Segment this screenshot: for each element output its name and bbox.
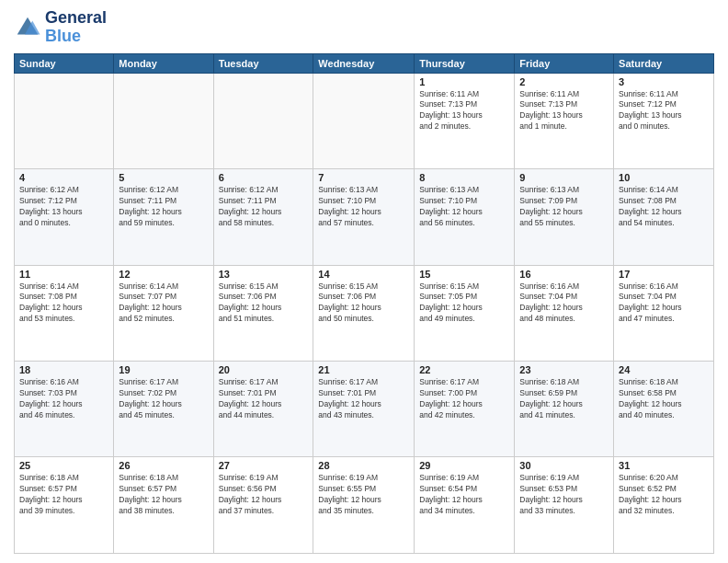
logo-text: GeneralBlue <box>45 9 107 46</box>
page: GeneralBlue SundayMondayTuesdayWednesday… <box>0 0 728 563</box>
weekday-wednesday: Wednesday <box>313 53 415 73</box>
day-info: Sunrise: 6:16 AM Sunset: 7:03 PM Dayligh… <box>19 377 108 421</box>
day-info: Sunrise: 6:19 AM Sunset: 6:53 PM Dayligh… <box>519 473 609 517</box>
calendar-cell: 18Sunrise: 6:16 AM Sunset: 7:03 PM Dayli… <box>15 362 114 457</box>
day-info: Sunrise: 6:17 AM Sunset: 7:00 PM Dayligh… <box>419 377 509 421</box>
calendar-cell <box>15 73 114 168</box>
day-info: Sunrise: 6:16 AM Sunset: 7:04 PM Dayligh… <box>519 282 609 326</box>
calendar-cell: 29Sunrise: 6:19 AM Sunset: 6:54 PM Dayli… <box>415 457 515 554</box>
day-info: Sunrise: 6:11 AM Sunset: 7:13 PM Dayligh… <box>519 89 609 133</box>
day-info: Sunrise: 6:18 AM Sunset: 6:57 PM Dayligh… <box>119 473 208 517</box>
calendar-cell: 19Sunrise: 6:17 AM Sunset: 7:02 PM Dayli… <box>114 362 213 457</box>
day-number: 20 <box>219 364 309 375</box>
logo-icon <box>14 14 41 41</box>
weekday-monday: Monday <box>114 53 213 73</box>
day-info: Sunrise: 6:11 AM Sunset: 7:13 PM Dayligh… <box>419 89 509 133</box>
day-number: 27 <box>219 460 309 471</box>
calendar-cell: 1Sunrise: 6:11 AM Sunset: 7:13 PM Daylig… <box>415 73 515 168</box>
day-info: Sunrise: 6:13 AM Sunset: 7:09 PM Dayligh… <box>519 185 609 229</box>
calendar: SundayMondayTuesdayWednesdayThursdayFrid… <box>14 53 714 554</box>
day-info: Sunrise: 6:19 AM Sunset: 6:54 PM Dayligh… <box>419 473 509 517</box>
calendar-cell <box>213 73 313 168</box>
calendar-cell: 24Sunrise: 6:18 AM Sunset: 6:58 PM Dayli… <box>614 362 714 457</box>
day-number: 25 <box>19 460 108 471</box>
day-info: Sunrise: 6:15 AM Sunset: 7:05 PM Dayligh… <box>419 282 509 326</box>
calendar-cell: 16Sunrise: 6:16 AM Sunset: 7:04 PM Dayli… <box>515 265 614 361</box>
logo: GeneralBlue <box>14 9 107 46</box>
day-info: Sunrise: 6:14 AM Sunset: 7:07 PM Dayligh… <box>119 282 208 326</box>
day-info: Sunrise: 6:13 AM Sunset: 7:10 PM Dayligh… <box>318 185 409 229</box>
day-number: 4 <box>19 172 108 183</box>
calendar-cell: 11Sunrise: 6:14 AM Sunset: 7:08 PM Dayli… <box>15 265 114 361</box>
calendar-cell: 23Sunrise: 6:18 AM Sunset: 6:59 PM Dayli… <box>515 362 614 457</box>
calendar-week-3: 18Sunrise: 6:16 AM Sunset: 7:03 PM Dayli… <box>15 362 714 457</box>
weekday-friday: Friday <box>515 53 614 73</box>
calendar-cell: 6Sunrise: 6:12 AM Sunset: 7:11 PM Daylig… <box>213 169 313 265</box>
calendar-cell: 22Sunrise: 6:17 AM Sunset: 7:00 PM Dayli… <box>415 362 515 457</box>
day-number: 19 <box>119 364 208 375</box>
calendar-cell: 15Sunrise: 6:15 AM Sunset: 7:05 PM Dayli… <box>415 265 515 361</box>
calendar-cell <box>313 73 415 168</box>
calendar-cell: 21Sunrise: 6:17 AM Sunset: 7:01 PM Dayli… <box>313 362 415 457</box>
day-number: 10 <box>619 172 709 183</box>
day-number: 22 <box>419 364 509 375</box>
day-number: 11 <box>19 269 108 280</box>
day-number: 17 <box>619 269 709 280</box>
day-number: 6 <box>219 172 309 183</box>
day-info: Sunrise: 6:15 AM Sunset: 7:06 PM Dayligh… <box>318 282 409 326</box>
day-info: Sunrise: 6:19 AM Sunset: 6:55 PM Dayligh… <box>318 473 409 517</box>
calendar-cell: 14Sunrise: 6:15 AM Sunset: 7:06 PM Dayli… <box>313 265 415 361</box>
day-number: 21 <box>318 364 409 375</box>
day-info: Sunrise: 6:11 AM Sunset: 7:12 PM Dayligh… <box>619 89 709 133</box>
day-info: Sunrise: 6:14 AM Sunset: 7:08 PM Dayligh… <box>619 185 709 229</box>
day-info: Sunrise: 6:13 AM Sunset: 7:10 PM Dayligh… <box>419 185 509 229</box>
day-number: 13 <box>219 269 309 280</box>
day-number: 2 <box>519 76 609 87</box>
day-info: Sunrise: 6:16 AM Sunset: 7:04 PM Dayligh… <box>619 282 709 326</box>
weekday-thursday: Thursday <box>415 53 515 73</box>
calendar-cell: 13Sunrise: 6:15 AM Sunset: 7:06 PM Dayli… <box>213 265 313 361</box>
calendar-cell: 27Sunrise: 6:19 AM Sunset: 6:56 PM Dayli… <box>213 457 313 554</box>
day-number: 12 <box>119 269 208 280</box>
weekday-header-row: SundayMondayTuesdayWednesdayThursdayFrid… <box>15 53 714 73</box>
day-info: Sunrise: 6:12 AM Sunset: 7:12 PM Dayligh… <box>19 185 108 229</box>
day-number: 29 <box>419 460 509 471</box>
calendar-cell: 17Sunrise: 6:16 AM Sunset: 7:04 PM Dayli… <box>614 265 714 361</box>
day-info: Sunrise: 6:18 AM Sunset: 6:57 PM Dayligh… <box>19 473 108 517</box>
calendar-body: 1Sunrise: 6:11 AM Sunset: 7:13 PM Daylig… <box>15 73 714 553</box>
calendar-cell: 7Sunrise: 6:13 AM Sunset: 7:10 PM Daylig… <box>313 169 415 265</box>
day-number: 30 <box>519 460 609 471</box>
day-info: Sunrise: 6:14 AM Sunset: 7:08 PM Dayligh… <box>19 282 108 326</box>
day-number: 28 <box>318 460 409 471</box>
day-info: Sunrise: 6:12 AM Sunset: 7:11 PM Dayligh… <box>119 185 208 229</box>
day-number: 7 <box>318 172 409 183</box>
header: GeneralBlue <box>14 9 714 46</box>
calendar-week-0: 1Sunrise: 6:11 AM Sunset: 7:13 PM Daylig… <box>15 73 714 168</box>
day-number: 31 <box>619 460 709 471</box>
day-number: 15 <box>419 269 509 280</box>
calendar-week-1: 4Sunrise: 6:12 AM Sunset: 7:12 PM Daylig… <box>15 169 714 265</box>
day-info: Sunrise: 6:20 AM Sunset: 6:52 PM Dayligh… <box>619 473 709 517</box>
day-number: 1 <box>419 76 509 87</box>
day-info: Sunrise: 6:17 AM Sunset: 7:01 PM Dayligh… <box>318 377 409 421</box>
day-number: 26 <box>119 460 208 471</box>
day-number: 16 <box>519 269 609 280</box>
calendar-cell: 5Sunrise: 6:12 AM Sunset: 7:11 PM Daylig… <box>114 169 213 265</box>
calendar-cell: 12Sunrise: 6:14 AM Sunset: 7:07 PM Dayli… <box>114 265 213 361</box>
calendar-cell: 4Sunrise: 6:12 AM Sunset: 7:12 PM Daylig… <box>15 169 114 265</box>
day-number: 23 <box>519 364 609 375</box>
day-number: 9 <box>519 172 609 183</box>
day-info: Sunrise: 6:15 AM Sunset: 7:06 PM Dayligh… <box>219 282 309 326</box>
calendar-cell: 8Sunrise: 6:13 AM Sunset: 7:10 PM Daylig… <box>415 169 515 265</box>
calendar-cell: 9Sunrise: 6:13 AM Sunset: 7:09 PM Daylig… <box>515 169 614 265</box>
day-number: 3 <box>619 76 709 87</box>
day-info: Sunrise: 6:18 AM Sunset: 6:59 PM Dayligh… <box>519 377 609 421</box>
calendar-cell: 28Sunrise: 6:19 AM Sunset: 6:55 PM Dayli… <box>313 457 415 554</box>
calendar-cell: 26Sunrise: 6:18 AM Sunset: 6:57 PM Dayli… <box>114 457 213 554</box>
calendar-cell: 30Sunrise: 6:19 AM Sunset: 6:53 PM Dayli… <box>515 457 614 554</box>
day-number: 8 <box>419 172 509 183</box>
day-number: 24 <box>619 364 709 375</box>
calendar-cell: 31Sunrise: 6:20 AM Sunset: 6:52 PM Dayli… <box>614 457 714 554</box>
day-info: Sunrise: 6:12 AM Sunset: 7:11 PM Dayligh… <box>219 185 309 229</box>
calendar-cell: 20Sunrise: 6:17 AM Sunset: 7:01 PM Dayli… <box>213 362 313 457</box>
